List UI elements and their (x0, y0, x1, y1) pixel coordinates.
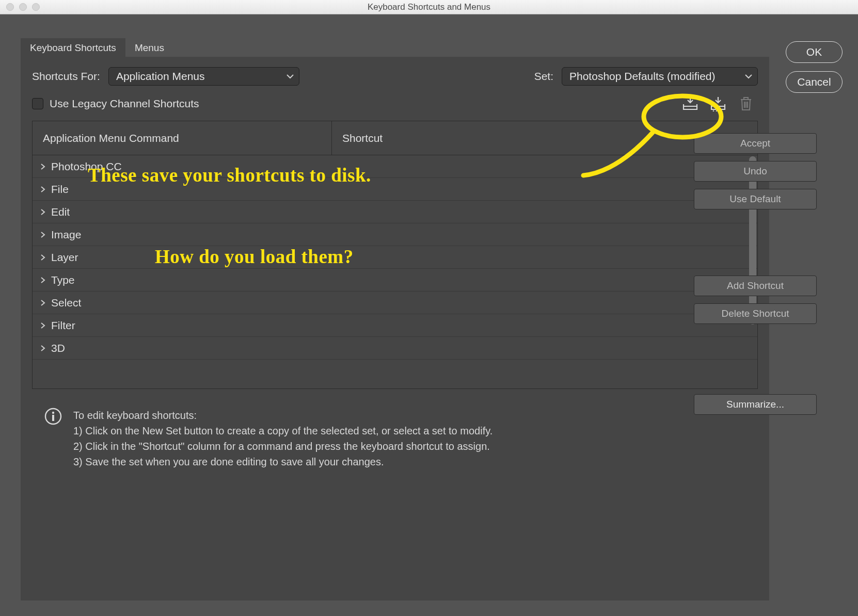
info-line: 2) Click in the "Shortcut" column for a … (73, 439, 492, 454)
tree-row[interactable]: Layer (33, 246, 757, 269)
tree-row[interactable]: Photoshop CC (33, 155, 757, 178)
accept-button[interactable]: Accept (694, 133, 817, 154)
tab-menus[interactable]: Menus (125, 38, 173, 57)
tree-row[interactable]: Edit (33, 201, 757, 223)
column-command: Application Menu Command (33, 121, 332, 155)
chevron-right-icon (40, 254, 46, 261)
chevron-right-icon (40, 299, 46, 306)
info-heading: To edit keyboard shortcuts: (73, 408, 492, 423)
tree-row[interactable]: Filter (33, 314, 757, 337)
tree-row[interactable]: Select (33, 291, 757, 314)
minimize-window-icon[interactable] (19, 3, 27, 11)
chevron-right-icon (40, 277, 46, 284)
info-block: To edit keyboard shortcuts: 1) Click on … (32, 389, 758, 469)
use-default-button[interactable]: Use Default (694, 189, 817, 209)
tab-strip: Keyboard Shortcuts Menus (21, 38, 769, 57)
window-title: Keyboard Shortcuts and Menus (0, 2, 858, 12)
shortcuts-for-value: Application Menus (116, 70, 205, 83)
chevron-right-icon (40, 322, 46, 329)
window-controls (0, 3, 40, 11)
tree-row[interactable]: File (33, 178, 757, 201)
chevron-right-icon (40, 208, 46, 216)
save-to-disk-icon[interactable] (681, 96, 699, 111)
ok-button[interactable]: OK (786, 41, 843, 63)
summarize-button[interactable]: Summarize... (694, 394, 817, 415)
shortcuts-for-label: Shortcuts For: (32, 70, 100, 83)
chevron-down-icon (745, 74, 752, 79)
svg-point-1 (716, 110, 718, 111)
legacy-label: Use Legacy Channel Shortcuts (50, 98, 199, 110)
svg-rect-5 (52, 415, 54, 421)
svg-point-2 (719, 110, 721, 111)
chevron-right-icon (40, 345, 46, 352)
chevron-right-icon (40, 163, 46, 170)
chevron-right-icon (40, 186, 46, 193)
info-line: 1) Click on the New Set button to create… (73, 423, 492, 439)
titlebar: Keyboard Shortcuts and Menus (0, 0, 858, 14)
delete-shortcut-button[interactable]: Delete Shortcut (694, 303, 817, 324)
zoom-window-icon[interactable] (32, 3, 40, 11)
tree-row[interactable]: Type (33, 269, 757, 291)
set-value: Photoshop Defaults (modified) (569, 70, 716, 83)
chevron-right-icon (40, 231, 46, 238)
svg-point-4 (52, 412, 54, 414)
tab-keyboard-shortcuts[interactable]: Keyboard Shortcuts (21, 38, 125, 57)
tree-row[interactable]: 3D (33, 337, 757, 360)
cancel-button[interactable]: Cancel (786, 71, 843, 93)
tree-row[interactable]: Image (33, 223, 757, 246)
trash-icon[interactable] (737, 96, 755, 111)
info-icon (44, 408, 62, 425)
table-body[interactable]: Photoshop CC File Edit Image Layer Type … (33, 155, 757, 388)
info-line: 3) Save the set when you are done editin… (73, 454, 492, 469)
chevron-down-icon (287, 74, 294, 79)
shortcuts-table: Application Menu Command Shortcut Photos… (32, 121, 758, 389)
undo-button[interactable]: Undo (694, 161, 817, 182)
set-select[interactable]: Photoshop Defaults (modified) (562, 67, 758, 86)
add-shortcut-button[interactable]: Add Shortcut (694, 275, 817, 296)
action-column: Accept Undo Use Default Add Shortcut Del… (694, 133, 817, 415)
shortcuts-for-select[interactable]: Application Menus (108, 67, 299, 86)
save-as-to-disk-icon[interactable] (709, 96, 727, 111)
legacy-checkbox[interactable] (32, 98, 43, 109)
close-window-icon[interactable] (6, 3, 14, 11)
set-label: Set: (534, 70, 553, 83)
svg-point-0 (713, 110, 714, 111)
